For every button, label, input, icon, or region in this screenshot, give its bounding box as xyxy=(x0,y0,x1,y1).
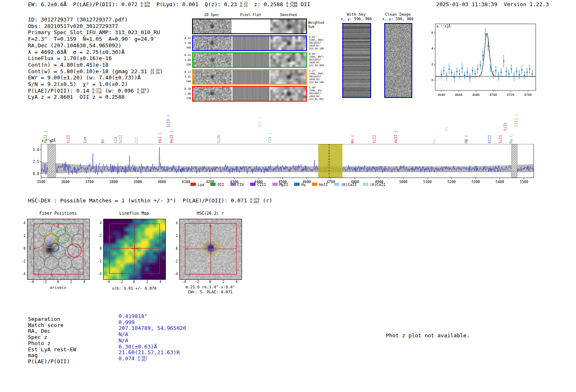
spec2d-col-header: Smoothed xyxy=(270,13,307,17)
text-segment: RA,Dec (207.104630,54.965092) xyxy=(28,42,121,49)
legend-label: MgII xyxy=(279,183,288,187)
zoom-plot: 0246464046604680470047204740e⁻¹⁷x2Å xyxy=(425,21,537,99)
stacked-uncertainty: 0.0810.067 xyxy=(138,356,147,362)
match-row-value: 0.419818" xyxy=(118,313,186,320)
legend-item: MgII xyxy=(272,183,288,187)
photz-note: Phot z plot not available. xyxy=(386,332,470,339)
spectral-line-label: HeII ( xyxy=(394,130,398,143)
y-tick-label: 4 xyxy=(95,221,102,225)
with-sky-title: With Sky xyxy=(337,12,375,16)
text-segment: HSC-DEX : Possible Matches = 1 (within +… xyxy=(28,197,250,204)
legend-item: Hγ xyxy=(294,183,306,187)
pixel-flat-cell xyxy=(232,53,269,67)
match-table-values: 0.419818"0.999207.104789, 54.965020N/AN/… xyxy=(118,313,186,362)
fiber-info-line: (596, 906) xyxy=(309,72,324,75)
fiber-info-line: 20210517 xyxy=(309,41,324,44)
stacked-uncertainty: 0.0790.065 xyxy=(250,198,260,204)
with-sky-image xyxy=(342,23,371,98)
scale-value: 0.15 xyxy=(181,53,191,58)
spec2d-row xyxy=(192,52,307,68)
legend-label: (H)CaII xyxy=(370,183,386,187)
info-line: Cont(n) = 4.80(±0.45)e-18 xyxy=(28,62,163,68)
smoothed-cell xyxy=(270,53,306,67)
x-tick-label: -2 xyxy=(192,280,202,284)
legend-swatch xyxy=(190,183,196,186)
hsc-dex-summary: HSC-DEX : Possible Matches = 1 (within +… xyxy=(28,197,272,204)
spec2d-cell xyxy=(193,53,232,67)
scale-value: 1.66 xyxy=(181,58,191,63)
spectral-line-label: SiII xyxy=(499,135,503,143)
spectral-line-label: Hγ ( xyxy=(509,135,513,143)
svg-text:4720: 4720 xyxy=(507,93,515,97)
fiber-info-line: 1.17" xyxy=(309,69,324,72)
match-row-label: mag xyxy=(28,353,76,359)
spectral-line-label: CII xyxy=(135,137,139,143)
spec2d-col-header: 2D Spec xyxy=(192,13,231,17)
stacked-uncertainty: 22.3322.29 xyxy=(150,69,160,74)
spec2d-row-fiber-labels: 1.17"(596, 906)20210517v020_03313_RU_100 xyxy=(309,69,324,84)
svg-text:4660: 4660 xyxy=(455,93,463,97)
fiber-info-line: 0.95" xyxy=(309,52,324,55)
fiber-info-line: v020_01 xyxy=(309,61,324,64)
legend-swatch xyxy=(250,183,255,186)
legend-label: CIII xyxy=(257,183,266,187)
text-segment: N/A xyxy=(118,337,128,343)
x-tick-label: 0 xyxy=(129,280,139,284)
pixel-flat-cell xyxy=(232,19,269,33)
fiber-info-line: 20210517 xyxy=(309,92,324,95)
spec2d-cell xyxy=(193,19,232,33)
x-tick-label: -2 xyxy=(116,280,126,284)
legend-item: HeII xyxy=(312,183,328,187)
text-segment: Obs: 20210517v020_3012729377 xyxy=(28,23,118,29)
smoothed-cell xyxy=(270,87,306,101)
text-segment: P(Lyα): 0.001 Q(z): 0.23 xyxy=(150,1,240,7)
fiber-info-line: 313_RU_100 xyxy=(309,81,324,84)
lower-value: 0.09 xyxy=(137,91,146,94)
spec2d-row-fiber-labels: 1.40"(596, 65)20210517v020_03313_RL_007 xyxy=(309,86,324,100)
legend-item: OII xyxy=(210,183,224,187)
y-tick-label: 0 xyxy=(19,247,26,251)
text-segment: ) xyxy=(146,88,150,94)
match-row-label: RA, Dec xyxy=(28,328,76,334)
scale-value: 1.39 xyxy=(181,41,191,46)
spec2d-row-fiber-labels: WeightedSum xyxy=(308,21,324,29)
text-segment: Cont(w) = 5.80(±0.10)e-18 (gmag 22.31 xyxy=(28,68,150,74)
stacked-uncertainty: 0.230.23 xyxy=(240,2,248,7)
spec2d-col-header: Pixel Flat xyxy=(232,13,269,17)
match-row-value: N/A xyxy=(118,338,186,344)
smoothed-cell xyxy=(270,36,306,50)
legend-label: Lyα xyxy=(197,183,204,187)
svg-text:2: 2 xyxy=(431,63,433,66)
match-row-value: N/A xyxy=(118,332,186,338)
fiber-info-line: (596, 65) xyxy=(309,89,324,92)
info-line: ID: 3012729377 (3012729377.pdf) xyxy=(28,16,163,23)
svg-text:4700: 4700 xyxy=(490,93,497,97)
text-segment: (r) xyxy=(260,197,272,204)
stacked-uncertainty: 0.1710.114 xyxy=(93,88,102,94)
fiber-info-line: (596, 906) xyxy=(309,38,324,41)
y-tick-label: 0 xyxy=(95,247,102,251)
fiber-info-line: Weighted xyxy=(308,21,324,25)
fiber-info-line: 313_RU_100 xyxy=(309,47,324,50)
spectral-line-label: SiII xyxy=(118,135,123,143)
clean-image xyxy=(384,23,412,98)
spectral-line-label: Hγ xyxy=(432,139,436,143)
text-segment: z: 0.2588 xyxy=(248,1,286,7)
y-tick-label: -2 xyxy=(171,260,178,263)
legend-item: Lyα xyxy=(190,183,204,187)
clean-image-title: Clean Image xyxy=(379,12,417,16)
spec2d-row xyxy=(192,69,307,85)
spectral-line-label: SiIV ) xyxy=(166,115,170,128)
svg-text:0: 0 xyxy=(431,78,433,82)
spec2d-row xyxy=(192,86,307,102)
full-spectrum-ylabel: e⁻¹⁷x2Å xyxy=(42,139,56,143)
legend-label: OII xyxy=(217,183,224,187)
scale-value: 3.31 xyxy=(181,75,191,80)
spectral-line-label: SiII xyxy=(372,135,376,143)
legend-swatch xyxy=(312,183,317,186)
fiber-positions-title: Fiber Positions xyxy=(27,211,89,216)
fiber-info-line: v020_03 xyxy=(309,78,324,81)
text-segment: 0.074 xyxy=(118,355,138,362)
match-row-label: Spec z xyxy=(28,334,76,341)
spec2d-cell xyxy=(193,70,232,84)
